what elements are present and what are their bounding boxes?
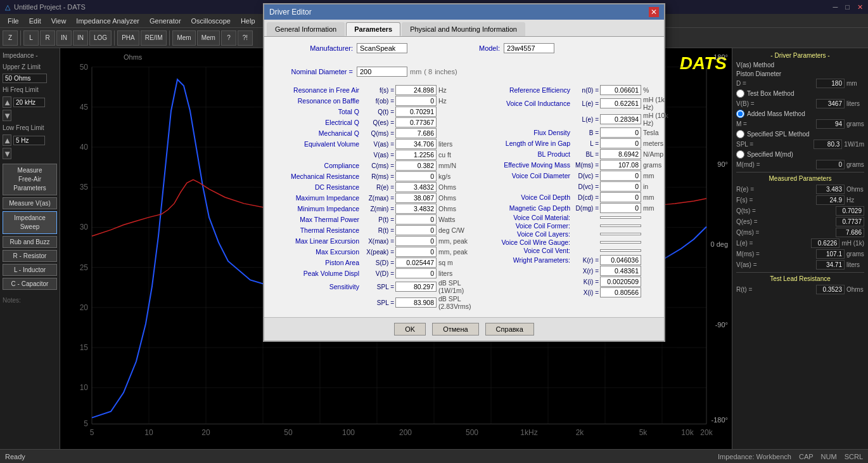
param-name: Voice Coil Vent: — [482, 247, 570, 254]
param-name: Length of Wire in Gap — [482, 140, 570, 147]
param-row: Mechanical Resistance R(ms) = 0 kg/s — [271, 171, 476, 181]
param-key: D(vc) = — [572, 183, 599, 190]
param-row: D(vc) = 0 in — [482, 181, 675, 192]
param-row: Magnetic Gap Depth D(mg) = 0 mm — [482, 203, 675, 213]
param-row: Peak Volume Displ V(D) = 0 liters — [271, 268, 476, 278]
param-name: Voice Coil Wire Gauge: — [482, 238, 570, 246]
param-name: Mechanical Q — [271, 129, 359, 137]
param-value: 0.28394 — [600, 114, 641, 124]
param-row: Thermal Resistance R(t) = 0 deg C/W — [271, 225, 476, 235]
param-row: BL Product BL = 8.6942 N/Amp — [482, 149, 675, 159]
param-name: Max Excursion — [271, 248, 359, 256]
manufacturer-row: Manufacturer: ScanSpeak — [271, 43, 407, 53]
param-row: X(i) = 0.80566 — [482, 287, 675, 297]
param-value: 0 — [600, 181, 641, 192]
nominal-dia-inches: ( 8 — [424, 68, 432, 75]
tab-general-info[interactable]: General Information — [267, 22, 345, 36]
param-row: Length of Wire in Gap L = 0 meters — [482, 138, 675, 148]
param-value — [600, 241, 641, 244]
param-value: 80.297 — [395, 282, 437, 292]
param-row: L(e) = 0.28394 mH (10k Hz) — [482, 112, 675, 127]
param-key: K(i) = — [572, 278, 599, 285]
param-key: Z(max) = — [361, 195, 394, 202]
param-name: Minimum Impedance — [271, 205, 359, 212]
dialog-close-button[interactable]: ✕ — [649, 7, 659, 17]
param-row: Maximum Impedance Z(max) = 38.087 Ohms — [271, 193, 476, 203]
param-value: 3.4832 — [395, 182, 437, 192]
param-unit: Ohms — [438, 194, 476, 202]
param-value: 0 — [600, 138, 641, 148]
tab-parameters[interactable]: Parameters — [346, 22, 400, 36]
param-key: n(0) = — [572, 87, 599, 94]
nominal-dia-value: 200 — [357, 67, 407, 77]
param-unit: meters — [643, 140, 675, 147]
param-key: X(i) = — [572, 289, 599, 296]
manufacturer-value: ScanSpeak — [357, 43, 407, 53]
param-row: Sensitivity SPL = 80.297 dB SPL (1W/1m) — [271, 279, 476, 294]
param-row: Max Linear Excursion X(max) = 0 mm, peak — [271, 236, 476, 246]
param-key: X(max) = — [361, 238, 394, 245]
param-key: X(r) = — [572, 268, 599, 275]
param-unit: mm — [643, 193, 675, 201]
param-key: V(D) = — [361, 270, 394, 277]
param-value: 0.62261 — [600, 98, 641, 108]
param-row: Flux Density B = 0 Tesla — [482, 127, 675, 138]
tab-physical-mounting[interactable]: Physical and Mounting Information — [402, 22, 525, 36]
param-key: S(D) = — [361, 259, 394, 266]
param-key: SPL = — [361, 299, 394, 306]
param-row: SPL = 83.908 dB SPL (2.83Vrms) — [271, 295, 476, 310]
param-value: 3.4832 — [395, 204, 437, 214]
param-value: 0 — [395, 171, 437, 181]
param-value: 0.0020509 — [600, 277, 641, 287]
param-unit: mH (10k Hz) — [643, 112, 675, 127]
dialog-tabs: General Information Parameters Physical … — [264, 20, 664, 37]
param-value: 0 — [600, 203, 641, 213]
model-row: Model: 23w4557 — [418, 43, 554, 53]
params-container: Resonance in Free Air f(s) = 24.898 Hz R… — [271, 85, 658, 311]
param-key: R(e) = — [361, 184, 394, 191]
param-unit: mm, peak — [438, 248, 476, 256]
param-name: Peak Volume Displ — [271, 270, 359, 277]
param-unit: in — [643, 183, 675, 190]
param-key: Q(ms) = — [361, 130, 394, 137]
param-row: Electrical Q Q(es) = 0.77367 — [271, 117, 476, 127]
param-name: Compliance — [271, 162, 359, 169]
param-row: Voice Coil Depth D(cd) = 0 mm — [482, 192, 675, 202]
param-value: 0 — [600, 192, 641, 202]
param-value — [600, 233, 641, 235]
ok-button[interactable]: OK — [394, 323, 426, 336]
param-key: R(t) = — [361, 227, 394, 234]
cancel-button[interactable]: Отмена — [432, 323, 478, 336]
param-unit: cu ft — [438, 151, 476, 159]
param-value: 0.06601 — [600, 85, 641, 95]
param-value — [600, 249, 641, 252]
param-row: V(as) = 1.2256 cu ft — [271, 150, 476, 160]
param-row: Mechanical Q Q(ms) = 7.686 — [271, 128, 476, 138]
param-key: C(ms) = — [361, 162, 394, 169]
param-name: Max Thermal Power — [271, 216, 359, 223]
param-value: 38.087 — [395, 193, 437, 203]
param-unit: mm, peak — [438, 237, 476, 245]
help-button[interactable]: Справка — [485, 323, 534, 336]
param-name: Voice Coil Inductance — [482, 100, 570, 107]
dialog-content: Manufacturer: ScanSpeak Model: 23w4557 N… — [264, 37, 664, 317]
param-unit: mm — [643, 172, 675, 179]
param-name: Reference Efficiency — [482, 86, 570, 94]
param-name: Effective Moving Mass — [482, 161, 570, 169]
param-unit: % — [643, 86, 675, 94]
nominal-dia-row: Nominal Diameter = 200 mm ( 8 inches) — [271, 67, 457, 77]
param-row: DC Resistance R(e) = 3.4832 Ohms — [271, 182, 476, 192]
param-row: Resonance in Free Air f(s) = 24.898 Hz — [271, 85, 476, 95]
param-row: Minimum Impedance Z(min) = 3.4832 Ohms — [271, 204, 476, 214]
param-value: 34.706 — [395, 139, 437, 149]
param-name: Mechanical Resistance — [271, 173, 359, 180]
param-key: D(vc) = — [572, 173, 599, 179]
param-name: Max Linear Excursion — [271, 237, 359, 245]
param-value: 0 — [395, 96, 437, 106]
param-unit: mm/N — [438, 162, 476, 169]
param-row: Voice Coil Former: — [482, 222, 675, 230]
param-name: Flux Density — [482, 129, 570, 136]
param-unit: deg C/W — [438, 226, 476, 234]
param-unit: Hz — [438, 86, 476, 94]
param-name: Total Q — [271, 108, 359, 115]
